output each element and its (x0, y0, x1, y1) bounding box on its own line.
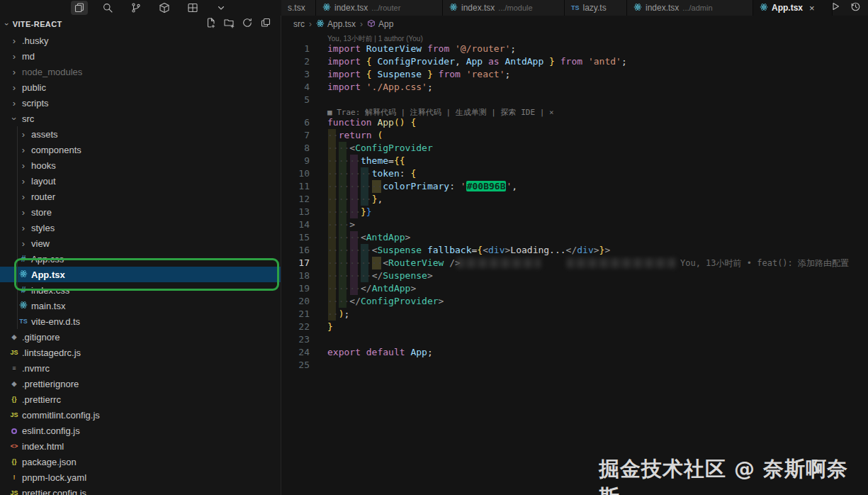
tree-item-commitlint.config.js[interactable]: JScommitlint.config.js (0, 407, 281, 423)
activity-source-control-button[interactable] (128, 1, 145, 15)
tree-item-node-modules[interactable]: ›node_modules (0, 64, 281, 79)
code-token: { (366, 56, 372, 67)
tree-item-assets[interactable]: ›assets (0, 126, 281, 142)
html-icon: <> (11, 443, 18, 450)
tree-item-.lintstagedrc.js[interactable]: JS.lintstagedrc.js (0, 345, 281, 360)
tree-item-.prettierignore[interactable]: ◆.prettierignore (0, 376, 281, 391)
code-token: , (455, 56, 466, 67)
code-token: > (410, 283, 416, 294)
new-file-button[interactable] (203, 16, 218, 32)
new-file-icon (205, 17, 216, 31)
chevron-right-icon: › (22, 208, 25, 217)
explorer-header: › VITE-REACT (0, 16, 281, 33)
tab-App.tsx[interactable]: App.tsx× (753, 0, 833, 16)
refresh-button[interactable] (239, 16, 255, 32)
tree-item-index.css[interactable]: #index.css (0, 282, 281, 298)
tree-item-.nvmrc[interactable]: ≡.nvmrc (0, 360, 281, 376)
tree-item-styles[interactable]: ›styles (0, 220, 281, 235)
tab-label: index.tsx (334, 3, 368, 13)
watermark: 掘金技术社区 @ 奈斯啊奈斯_ (599, 455, 868, 495)
tree-item-label: layout (31, 176, 56, 187)
tab-label: s.tsx (288, 3, 305, 13)
code-line-3: import { Suspense } from 'react'; (327, 68, 868, 81)
tree-item-label: node_modules (22, 67, 82, 77)
explorer-title: VITE-REACT (13, 20, 62, 28)
diamond-icon: ◆ (12, 333, 17, 340)
tree-item-router[interactable]: ›router (0, 189, 281, 204)
tree-item-index.html[interactable]: <>index.html (0, 438, 281, 454)
tree-item-scripts[interactable]: ›scripts (0, 95, 281, 111)
activity-grid-button[interactable] (184, 1, 201, 15)
code-token: export (327, 347, 361, 357)
tab-index.tsx[interactable]: index.tsx.../module (443, 0, 565, 16)
tree-item-label: pnpm-lock.yaml (22, 472, 86, 483)
editor-pane[interactable]: src › App.tsx › App You, 13小时前 | 1 autho… (281, 16, 868, 495)
react-icon (322, 3, 331, 13)
activity-search-button[interactable] (99, 1, 116, 15)
editor-actions (828, 0, 867, 16)
tree-item-label: package.json (22, 457, 77, 467)
code-token: div (488, 245, 505, 255)
tree-item-App.css[interactable]: #App.css (0, 251, 281, 267)
tree-item-hooks[interactable]: ›hooks (0, 157, 281, 173)
line-number: 1 (281, 43, 310, 55)
tree-item-view[interactable]: ›view (0, 235, 281, 251)
code-token: </ (349, 296, 361, 306)
chevron-right-icon: › (22, 192, 25, 201)
search-icon (102, 2, 113, 13)
code-line-11: ··········colorPrimary: '#00B96B', (327, 180, 868, 193)
tree-item-pnpm-lock.yaml[interactable]: !pnpm-lock.yaml (0, 469, 281, 485)
react-icon (760, 3, 768, 13)
activity-extensions-button[interactable] (156, 1, 173, 15)
collapse-all-button[interactable] (258, 16, 274, 32)
tree-item-vite-env.d.ts[interactable]: TSvite-env.d.ts (0, 313, 281, 329)
tree-item-layout[interactable]: ›layout (0, 173, 281, 189)
tree-item-.husky[interactable]: ›.husky (0, 33, 281, 48)
tab-label: lazy.ts (583, 3, 607, 13)
close-icon[interactable]: × (809, 3, 815, 13)
code-token: colorPrimary (383, 181, 449, 191)
code-token: ConfigProvider (377, 56, 455, 67)
tree-item-main.tsx[interactable]: main.tsx (0, 298, 281, 313)
chevron-down-icon[interactable]: › (3, 23, 11, 26)
tree-item-src[interactable]: ›src (0, 111, 281, 126)
tree-item-.gitignore[interactable]: ◆.gitignore (0, 329, 281, 345)
tree-item-label: view (31, 238, 50, 249)
tab-index.tsx[interactable]: index.tsx.../router (316, 0, 443, 16)
line-number: 20 (281, 295, 310, 308)
code-token: import (327, 82, 361, 92)
code-token: < (349, 143, 355, 153)
code-token: ; (621, 56, 627, 67)
tree-item-md[interactable]: ›md (0, 48, 281, 64)
run-button[interactable] (828, 1, 842, 15)
tab-lazy.ts[interactable]: TSlazy.ts (565, 0, 627, 16)
code-token: ( (377, 130, 383, 140)
code-token: ······ (327, 232, 361, 243)
tree-item-public[interactable]: ›public (0, 79, 281, 95)
tree-item-App.tsx[interactable]: App.tsx (0, 267, 281, 282)
files-icon (74, 2, 85, 13)
code-token: < (361, 232, 366, 243)
activity-chevron-down-button[interactable] (213, 1, 230, 15)
tree-item-label: scripts (22, 98, 49, 109)
tree-item-.prettierrc[interactable]: {}.prettierrc (0, 391, 281, 407)
code-token: ······ (327, 283, 361, 294)
tab-index.tsx[interactable]: index.tsx.../admin (627, 0, 753, 16)
tab-s.tsx[interactable]: s.tsx (281, 0, 316, 16)
code-token: } (427, 69, 433, 79)
code-token: ·· (327, 308, 339, 319)
eslint-icon (11, 426, 17, 436)
tree-item-store[interactable]: ›store (0, 204, 281, 220)
code-token: </ (372, 270, 383, 281)
history-button[interactable] (848, 1, 862, 15)
tree-item-eslint.config.js[interactable]: eslint.config.js (0, 423, 281, 438)
tree-item-components[interactable]: ›components (0, 142, 281, 157)
code-token: : (449, 181, 461, 191)
code-token: AntdApp (372, 283, 411, 294)
line-number: 10 (281, 167, 310, 180)
activity-files-button[interactable] (71, 1, 88, 15)
tree-item-prettier.config.js[interactable]: JSprettier.config.js (0, 485, 281, 495)
tree-item-package.json[interactable]: {}package.json (0, 454, 281, 469)
code-token: return (339, 130, 372, 140)
new-folder-button[interactable] (221, 16, 237, 32)
